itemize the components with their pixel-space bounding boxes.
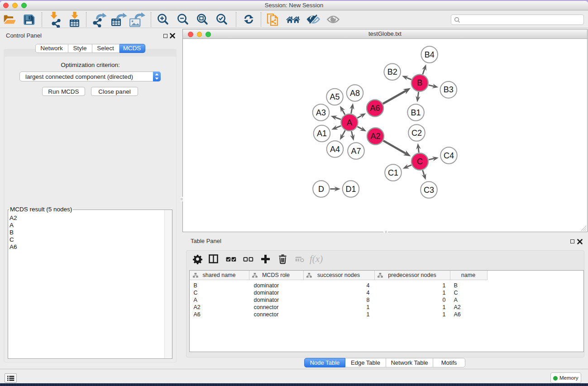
svg-text:B1: B1 [411, 108, 421, 117]
svg-text:A7: A7 [351, 147, 361, 156]
svg-text:D1: D1 [345, 185, 356, 194]
svg-text:A2: A2 [370, 132, 380, 141]
svg-text:C: C [417, 157, 423, 166]
svg-text:B2: B2 [387, 67, 397, 76]
svg-text:A3: A3 [316, 108, 326, 117]
svg-text:B: B [417, 78, 422, 87]
svg-text:A5: A5 [330, 92, 339, 101]
svg-text:A8: A8 [350, 89, 360, 98]
svg-text:D: D [318, 185, 324, 194]
svg-text:A4: A4 [330, 145, 340, 154]
svg-text:B3: B3 [444, 85, 454, 94]
svg-text:C4: C4 [444, 151, 454, 160]
svg-text:C2: C2 [411, 129, 422, 138]
svg-text:A6: A6 [370, 104, 380, 113]
svg-text:C3: C3 [424, 186, 434, 195]
svg-text:C1: C1 [388, 168, 398, 177]
svg-text:B4: B4 [425, 50, 435, 59]
svg-text:A1: A1 [317, 129, 327, 138]
svg-text:A: A [347, 118, 352, 127]
